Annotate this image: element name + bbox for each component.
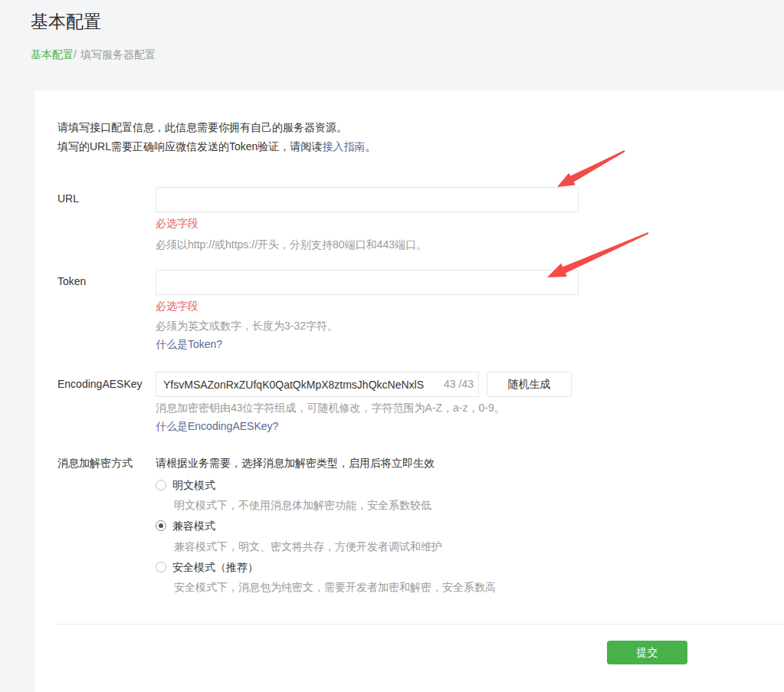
- aeskey-hint: 消息加密密钥由43位字符组成，可随机修改，字符范围为A-Z，a-z，0-9。: [156, 402, 505, 415]
- breadcrumb-link-basic-config[interactable]: 基本配置: [31, 48, 74, 61]
- radio-compatible-icon[interactable]: [156, 520, 166, 531]
- radio-option-plaintext[interactable]: 明文模式: [156, 479, 215, 493]
- url-input[interactable]: [156, 187, 579, 212]
- token-label: Token: [57, 275, 86, 287]
- radio-option-secure[interactable]: 安全模式（推荐）: [156, 561, 258, 575]
- intro-line-2: 填写的URL需要正确响应微信发送的Token验证，请阅读接入指南。: [57, 137, 376, 156]
- radio-secure-icon[interactable]: [156, 562, 166, 572]
- intro-line-2-period: 。: [365, 140, 376, 153]
- token-hint: 必须为英文或数字，长度为3-32字符。: [156, 320, 338, 333]
- breadcrumb: 基本配置/填写服务器配置: [31, 48, 156, 62]
- radio-secure-label: 安全模式（推荐）: [172, 561, 258, 573]
- submit-button[interactable]: 提交: [607, 641, 687, 664]
- breadcrumb-separator: /: [74, 48, 77, 61]
- server-config-page: { "page": { "title": "基本配置", "breadcrumb…: [0, 0, 784, 692]
- url-hint: 必须以http://或https://开头，分别支持80端口和443端口。: [156, 238, 427, 252]
- radio-option-compatible[interactable]: 兼容模式: [156, 520, 215, 533]
- radio-compatible-desc: 兼容模式下，明文、密文将共存，方便开发者调试和维护: [174, 540, 442, 554]
- intro-line-1: 请填写接口配置信息，此信息需要你拥有自己的服务器资源。: [57, 118, 376, 137]
- encrypt-mode-label: 消息加解密方式: [57, 457, 133, 471]
- aeskey-label: EncodingAESKey: [57, 378, 143, 390]
- radio-plaintext-label: 明文模式: [172, 479, 215, 491]
- aeskey-input[interactable]: [156, 372, 479, 397]
- aeskey-char-counter: 43 /43: [444, 372, 474, 397]
- url-required-error: 必选字段: [156, 217, 198, 231]
- what-is-aeskey-link[interactable]: 什么是EncodingAESKey?: [156, 420, 278, 434]
- radio-plaintext-desc: 明文模式下，不使用消息体加解密功能，安全系数较低: [174, 499, 431, 513]
- intro-line-2-text: 填写的URL需要正确响应微信发送的Token验证，请阅读: [57, 140, 322, 153]
- token-required-error: 必选字段: [156, 300, 198, 313]
- url-label: URL: [57, 192, 79, 205]
- radio-plaintext-icon[interactable]: [156, 480, 166, 490]
- intro-text: 请填写接口配置信息，此信息需要你拥有自己的服务器资源。 填写的URL需要正确响应…: [57, 118, 376, 156]
- random-generate-button[interactable]: 随机生成: [487, 372, 572, 397]
- bottom-divider: [57, 624, 784, 625]
- radio-compatible-label: 兼容模式: [172, 520, 215, 532]
- what-is-token-link[interactable]: 什么是Token?: [156, 338, 222, 352]
- token-input[interactable]: [156, 270, 579, 295]
- encrypt-mode-instruction: 请根据业务需要，选择消息加解密类型，启用后将立即生效: [156, 457, 435, 471]
- config-card: 请填写接口配置信息，此信息需要你拥有自己的服务器资源。 填写的URL需要正确响应…: [34, 90, 784, 692]
- aeskey-input-wrap: 43 /43: [156, 372, 479, 397]
- radio-secure-desc: 安全模式下，消息包为纯密文，需要开发者加密和解密，安全系数高: [174, 581, 496, 595]
- breadcrumb-current-step: 填写服务器配置: [80, 48, 156, 61]
- access-guide-link[interactable]: 接入指南: [322, 140, 365, 153]
- page-title: 基本配置: [31, 10, 101, 34]
